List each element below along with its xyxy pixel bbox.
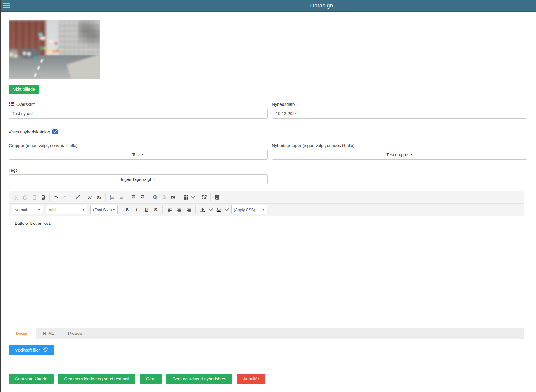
table-menu-button[interactable] [190,193,196,202]
font-color-button[interactable]: A [214,205,223,214]
editor-toolbar-row2: Normal Arial (Font Size) B I U S ABC [9,204,524,216]
save-button[interactable]: Gem [140,374,162,384]
tags-selected-value: Ingen Tags valgt [121,177,151,182]
bold-icon: B [126,207,129,212]
news-image-preview [9,20,100,79]
underline-button[interactable]: U [142,205,151,214]
tags-label: Tags [9,168,268,173]
nyhedsgrupper-label: Nyhedsgrupper (ingen valgt, sendes til a… [272,143,527,148]
app-title: Datasign [310,0,333,11]
menu-button[interactable] [3,2,12,9]
change-image-button[interactable]: Skift billede [9,85,39,94]
save-draft-send-testmail-button[interactable]: Gem som kladde og send testmail [58,374,135,384]
ordered-list-icon: 123 [109,195,114,200]
align-right-button[interactable] [184,205,193,214]
tags-dropdown[interactable]: Ingen Tags valgt [9,174,268,184]
insert-link-button[interactable] [151,193,159,202]
editor-mode-tabs: Design HTML Preview [9,328,524,339]
caret-down-icon [113,209,115,211]
table-icon [183,195,188,200]
danish-flag-icon [9,102,14,106]
apply-css-select[interactable]: (Apply CSS) [231,205,267,214]
catalog-checkbox[interactable] [52,129,58,134]
preview-icon [202,195,207,200]
caret-down-icon [153,179,155,180]
editor-toolbar-row1: W X² X₂ 123 [9,191,524,204]
redo-button[interactable] [60,193,69,202]
svg-text:A: A [216,207,219,211]
highlight-color-menu-button[interactable] [208,205,213,214]
editor-content-text: Dette er blot en test. [15,221,518,226]
caret-down-icon [142,154,144,155]
checkmark-icon [53,130,57,133]
remove-link-button[interactable] [159,193,168,202]
paragraph-format-select[interactable]: Normal [12,205,43,214]
nyhedsgrupper-selected-value: Test gruppe [386,152,408,157]
hamburger-icon [3,3,12,8]
svg-text:W: W [42,197,44,199]
fullscreen-button[interactable] [213,193,221,202]
copy-button[interactable] [21,193,30,202]
font-name-select[interactable]: Arial [46,205,87,214]
tab-html[interactable]: HTML [36,328,61,339]
italic-button[interactable]: I [132,205,141,214]
rich-text-editor: W X² X₂ 123 [9,191,524,339]
ordered-list-button[interactable]: 123 [107,193,116,202]
table-menu-chevron-icon [191,195,196,200]
cancel-button[interactable]: Annullér [237,374,265,384]
insert-link-icon [153,195,158,200]
save-draft-button[interactable]: Gem som kladde [9,374,54,384]
paste-button[interactable] [30,193,39,202]
paste-from-word-button[interactable]: W [39,193,47,202]
outdent-button[interactable] [138,193,147,202]
cut-button[interactable] [12,193,21,202]
highlight-color-chevron-icon [208,207,213,212]
save-and-send-newsletter-button[interactable]: Gem og udsend nyhedsbrev [166,374,232,384]
nyhedsdato-label: Nyhedsdato [272,102,527,107]
nyhedsgrupper-dropdown[interactable]: Test gruppe [272,150,527,160]
grupper-dropdown[interactable]: Test [9,150,268,160]
unordered-list-icon [118,195,123,200]
caret-down-icon [82,209,85,211]
highlight-color-button[interactable]: ABC [198,205,207,214]
caret-down-icon [38,209,40,211]
tab-preview[interactable]: Preview [61,328,90,339]
cut-icon [14,195,19,200]
paragraph-format-value: Normal [15,208,27,212]
preview-button[interactable] [200,193,209,202]
nyhedsdato-input[interactable] [272,109,527,119]
outdent-icon [140,195,145,200]
overskrift-label: Overskrift [16,102,35,107]
superscript-icon: X² [88,195,92,200]
italic-icon: I [136,207,138,212]
align-right-icon [186,207,191,212]
insert-image-button[interactable] [168,193,177,202]
editor-content-area[interactable]: Dette er blot en test. [9,216,524,328]
table-button[interactable] [181,193,190,202]
align-center-button[interactable] [175,205,184,214]
highlight-color-icon: ABC [200,207,205,212]
strikethrough-button[interactable]: S [151,205,160,214]
format-painter-button[interactable] [73,193,82,202]
strikethrough-icon: S [154,207,157,212]
align-center-icon [177,207,182,212]
align-left-button[interactable] [165,205,174,214]
unordered-list-button[interactable] [116,193,125,202]
tab-design[interactable]: Design [9,328,36,339]
overskrift-input[interactable] [9,109,268,119]
grupper-label: Grupper (ingen valgt, sendes til alle) [9,143,268,148]
superscript-button[interactable]: X² [86,193,95,202]
undo-button[interactable] [51,193,60,202]
svg-text:ABC: ABC [201,211,204,212]
remove-link-icon [162,195,167,200]
subscript-button[interactable]: X₂ [95,193,103,202]
indent-button[interactable] [129,193,138,202]
attach-files-label: Vedhæft filer [15,348,40,353]
align-left-icon [167,207,172,212]
bold-button[interactable]: B [123,205,132,214]
main-content: Skift billede Overskrift Nyhedsdato Vise… [1,20,536,384]
font-color-menu-button[interactable] [224,205,229,214]
font-size-select[interactable]: (Font Size) [90,205,118,214]
attach-files-button[interactable]: Vedhæft filer [9,345,54,355]
underline-icon: U [145,207,148,212]
